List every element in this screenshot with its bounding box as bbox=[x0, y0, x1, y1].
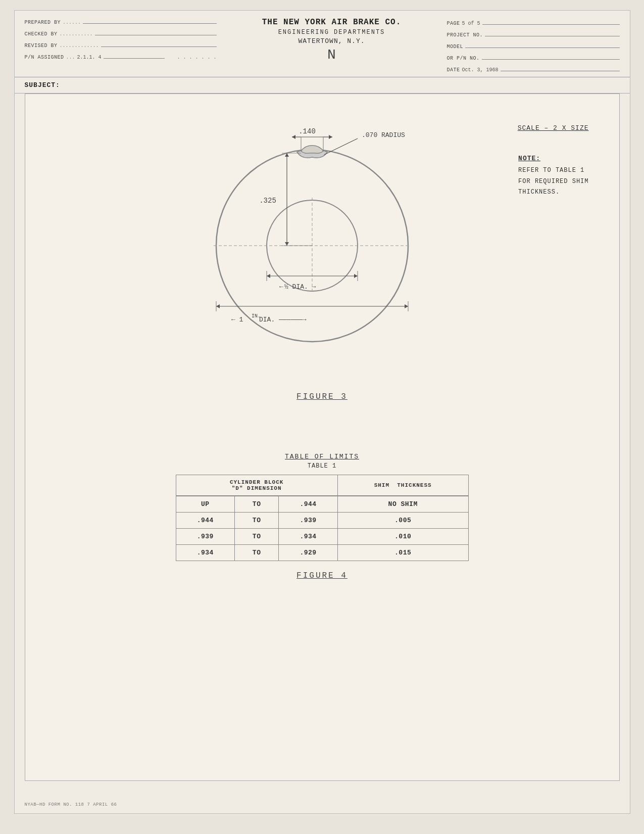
header-center: THE NEW YORK AIR BRAKE CO. ENGINEERING D… bbox=[217, 17, 447, 73]
col-header-shim: SHIM THICKNESS bbox=[337, 475, 468, 496]
svg-text:.325: .325 bbox=[259, 197, 276, 205]
header: PREPARED BY ...... CHECKED BY ..........… bbox=[15, 11, 630, 77]
svg-marker-5 bbox=[292, 135, 295, 139]
or-pn-row: OR P/N NO. bbox=[447, 53, 620, 61]
date-value: Oct. 3, 1968 bbox=[462, 67, 499, 73]
table-row: .944 TO .939 .005 bbox=[176, 513, 468, 529]
svg-text:½  DIA. →: ½ DIA. → bbox=[284, 283, 316, 291]
location-label: WATERTOWN, N.Y. bbox=[217, 37, 447, 45]
page-line bbox=[482, 18, 620, 25]
north-marker: N bbox=[217, 47, 447, 63]
svg-text:.070 RADIUS: .070 RADIUS bbox=[362, 131, 405, 139]
company-name: THE NEW YORK AIR BRAKE CO. bbox=[217, 18, 447, 27]
page-row: PAGE 5 of 5 bbox=[447, 18, 620, 26]
page: PREPARED BY ...... CHECKED BY ..........… bbox=[14, 10, 630, 814]
checked-by-row: CHECKED BY ........... bbox=[25, 28, 217, 37]
table-row: .939 TO .934 .010 bbox=[176, 529, 468, 545]
note-line1: REFER TO TABLE 1 FOR REQUIRED SHIM THICK… bbox=[518, 165, 588, 198]
table-row: UP TO .944 NO SHIM bbox=[176, 496, 468, 513]
pn-assigned-label: P/N ASSIGNED bbox=[25, 55, 64, 60]
svg-text:←: ← bbox=[279, 283, 283, 291]
subject-bar: SUBJECT: bbox=[15, 77, 630, 94]
project-row: PROJECT NO. bbox=[447, 29, 620, 38]
checked-by-line bbox=[95, 28, 217, 35]
revised-by-row: REVISED BY ............. bbox=[25, 40, 217, 49]
col-header-cylinder: CYLINDER BLOCK "D" DIMENSION bbox=[176, 475, 337, 496]
table-subtitle: TABLE 1 bbox=[40, 462, 604, 470]
svg-marker-14 bbox=[285, 242, 289, 246]
or-pn-label: OR P/N NO. bbox=[447, 56, 480, 61]
svg-line-18 bbox=[324, 138, 358, 155]
project-label: PROJECT NO. bbox=[447, 32, 483, 38]
model-row: MODEL bbox=[447, 41, 620, 50]
page-label: PAGE bbox=[447, 21, 460, 26]
table-header-row: CYLINDER BLOCK "D" DIMENSION SHIM THICKN… bbox=[176, 475, 468, 496]
limits-table: CYLINDER BLOCK "D" DIMENSION SHIM THICKN… bbox=[176, 475, 469, 561]
note-box: NOTE: REFER TO TABLE 1 FOR REQUIRED SHIM… bbox=[518, 155, 588, 198]
figure4-label: FIGURE 4 bbox=[40, 571, 604, 580]
svg-marker-29 bbox=[405, 304, 408, 308]
svg-text:DIA. ——————→: DIA. ——————→ bbox=[259, 316, 307, 323]
revised-by-line bbox=[101, 40, 217, 47]
project-line bbox=[485, 29, 619, 36]
content-area: SCALE – 2 X SIZE NOTE: REFER TO TABLE 1 … bbox=[25, 94, 620, 781]
svg-marker-22 bbox=[354, 274, 358, 278]
footer-text: NYAB—HD FORM NO. 118 7 APRIL 66 bbox=[25, 802, 117, 807]
table-title: TABLE OF LIMITS bbox=[40, 453, 604, 460]
technical-drawing: .140 .325 .070 RADIUS bbox=[181, 104, 464, 387]
svg-text:← 1: ← 1 bbox=[231, 316, 243, 323]
prepared-by-label: PREPARED BY bbox=[25, 20, 61, 25]
table-section: TABLE OF LIMITS TABLE 1 CYLINDER BLOCK "… bbox=[25, 448, 619, 595]
drawing-section: SCALE – 2 X SIZE NOTE: REFER TO TABLE 1 … bbox=[25, 94, 619, 448]
svg-marker-7 bbox=[329, 135, 332, 139]
footer: NYAB—HD FORM NO. 118 7 APRIL 66 bbox=[25, 802, 117, 807]
revised-by-label: REVISED BY bbox=[25, 43, 58, 49]
date-row: DATE Oct. 3, 1968 bbox=[447, 64, 620, 73]
or-pn-line bbox=[482, 53, 620, 60]
header-left: PREPARED BY ...... CHECKED BY ..........… bbox=[25, 17, 217, 73]
table-row: .934 TO .929 .015 bbox=[176, 545, 468, 561]
model-line bbox=[465, 41, 619, 48]
date-label: DATE bbox=[447, 67, 460, 73]
svg-marker-28 bbox=[216, 304, 220, 308]
scale-label: SCALE – 2 X SIZE bbox=[518, 124, 589, 132]
page-value: 5 of 5 bbox=[462, 21, 480, 26]
svg-marker-21 bbox=[267, 274, 270, 278]
checked-by-label: CHECKED BY bbox=[25, 31, 58, 37]
dept-label: ENGINEERING DEPARTMENTS bbox=[217, 29, 447, 36]
prepared-by-row: PREPARED BY ...... bbox=[25, 17, 217, 25]
prepared-by-line bbox=[83, 17, 216, 24]
table-body: UP TO .944 NO SHIM .944 TO .939 .005 .93… bbox=[176, 496, 468, 561]
subject-label: SUBJECT: bbox=[25, 81, 60, 89]
pn-line bbox=[104, 52, 165, 59]
pn-value: 2.1.1. 4 bbox=[77, 55, 102, 60]
header-right: PAGE 5 of 5 PROJECT NO. MODEL OR P/N NO.… bbox=[447, 17, 620, 73]
figure3-label: FIGURE 3 bbox=[40, 392, 604, 401]
pn-assigned-row: P/N ASSIGNED ... 2.1.1. 4 . . . . . . . bbox=[25, 52, 217, 60]
svg-text:.140: .140 bbox=[299, 127, 316, 135]
date-line bbox=[501, 64, 620, 71]
model-label: MODEL bbox=[447, 44, 464, 50]
note-title: NOTE: bbox=[518, 155, 588, 162]
